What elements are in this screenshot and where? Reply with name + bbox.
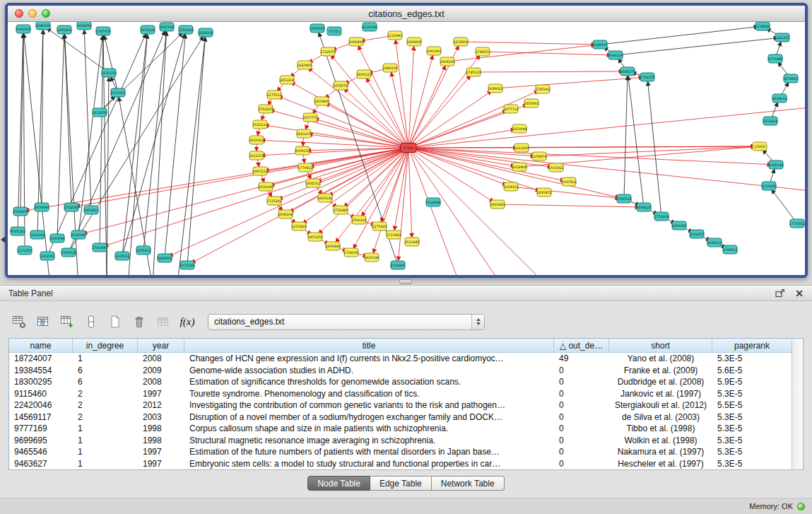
graph-node[interactable]: 1708195 <box>343 248 358 257</box>
graph-node[interactable]: 2516605 <box>13 207 28 216</box>
graph-node[interactable]: 1810644 <box>512 124 526 133</box>
graph-node[interactable]: 1646410 <box>592 40 607 49</box>
graph-node[interactable]: 1158144 <box>178 25 193 34</box>
graph-node[interactable]: 1748501 <box>475 47 490 56</box>
graph-node[interactable]: 1745119 <box>466 68 481 76</box>
network-window-titlebar[interactable]: citations_edges.txt <box>8 6 805 22</box>
column-header-title[interactable]: title <box>184 339 554 352</box>
table-selector-dropdown[interactable]: citations_edges.txt <box>208 314 485 330</box>
graph-node[interactable]: 1752480 <box>333 206 348 214</box>
graph-node[interactable]: 2036990 <box>34 203 49 211</box>
graph-node[interactable]: 1977771 <box>302 113 317 122</box>
graph-node[interactable]: 1696194 <box>278 210 293 218</box>
table-row[interactable]: 969969511998Structural magnetic resonanc… <box>9 435 792 447</box>
graph-node[interactable]: 1722679 <box>320 47 335 56</box>
graph-node[interactable]: 1689021 <box>488 84 502 93</box>
graph-node[interactable]: 1821205 <box>296 129 311 138</box>
graph-node[interactable]: 1615142 <box>364 253 379 262</box>
close-window-icon[interactable] <box>15 9 23 18</box>
graph-node[interactable]: 1991543 <box>16 25 30 33</box>
graph-node[interactable]: 1690124 <box>608 51 623 59</box>
graph-node[interactable]: 1850801 <box>524 99 539 107</box>
graph-node[interactable]: 1830021 <box>249 136 264 144</box>
graph-node[interactable]: 1604125 <box>636 203 651 211</box>
graph-node[interactable]: 1071140 <box>180 261 194 269</box>
graph-node[interactable]: 1850421 <box>83 206 98 214</box>
table-row[interactable]: 911546021997Tourette syndrome. Phenomeno… <box>9 388 792 400</box>
graph-node[interactable]: 1824106 <box>198 28 213 37</box>
column-header-in_degree[interactable]: in_degree <box>73 339 138 352</box>
graph-node[interactable]: 1811414 <box>763 117 777 125</box>
graph-node[interactable]: 1901051 <box>40 252 54 260</box>
graph-node[interactable]: 1612856 <box>92 108 107 117</box>
graph-node[interactable]: 2067211 <box>252 167 267 175</box>
graph-node[interactable]: 1253429 <box>291 222 306 230</box>
graph-node[interactable]: 1623159 <box>249 151 264 160</box>
minimize-window-icon[interactable] <box>28 9 37 18</box>
graph-node[interactable]: 1895472 <box>536 188 551 197</box>
tab-node-table[interactable]: Node Table <box>307 476 370 491</box>
graph-node[interactable]: 2204312 <box>503 182 518 191</box>
graph-node[interactable]: 1453250 <box>307 233 322 241</box>
graph-node[interactable]: 1725241 <box>266 197 281 205</box>
table-scrollbar[interactable] <box>792 339 803 469</box>
column-header-out_degree[interactable]: △ out_de… <box>554 339 609 352</box>
graph-node[interactable]: 1761205 <box>258 105 273 113</box>
graph-node[interactable]: 1215609 <box>453 37 468 46</box>
new-table-button[interactable] <box>105 313 126 331</box>
graph-node[interactable]: 1245012 <box>114 252 129 260</box>
column-header-short[interactable]: short <box>609 339 712 352</box>
graph-node[interactable]: 1785091 <box>535 85 550 93</box>
network-canvas[interactable]: 1724011254431966495172267914204051851204… <box>8 22 805 275</box>
graph-node[interactable]: 1154974 <box>531 152 546 160</box>
graph-node[interactable]: 1908190 <box>440 57 454 66</box>
delete-table-button[interactable] <box>129 313 150 331</box>
graph-node[interactable]: 1747070 <box>95 27 110 35</box>
graph-node[interactable]: 1647666 <box>159 23 174 31</box>
graph-node[interactable]: 1791370 <box>640 73 654 81</box>
graph-node[interactable]: 1590590 <box>49 234 64 243</box>
graph-node[interactable]: 1291020 <box>30 230 45 239</box>
graph-node[interactable]: 1770351 <box>789 219 804 228</box>
function-builder-button[interactable]: f(x) <box>177 313 198 331</box>
new-column-button[interactable] <box>57 313 78 331</box>
graph-node[interactable]: 1851204 <box>279 76 294 84</box>
graph-node[interactable]: 1275420 <box>372 222 387 230</box>
graph-node[interactable]: 1966495 <box>348 37 363 46</box>
graph-node[interactable]: 17240 <box>401 144 416 153</box>
graph-node[interactable]: 1961991 <box>426 47 441 55</box>
graph-node[interactable]: 1603481 <box>490 200 505 209</box>
graph-node[interactable]: 1776411 <box>298 163 312 172</box>
column-header-year[interactable]: year <box>138 339 184 352</box>
graph-node[interactable]: 1552080 <box>64 203 78 211</box>
graph-node[interactable]: 1590518 <box>61 248 76 257</box>
graph-node[interactable]: 2009150 <box>295 146 310 155</box>
graph-node[interactable]: 55723 <box>327 27 341 35</box>
collapse-left-arrow-icon[interactable] <box>1 236 6 243</box>
graph-node[interactable]: 1986109 <box>382 64 397 72</box>
graph-node[interactable]: 1605612 <box>136 246 151 255</box>
graph-node[interactable]: 1275512 <box>266 90 281 99</box>
graph-node[interactable]: 1125443 <box>387 31 402 40</box>
graph-node[interactable]: 1513445 <box>404 238 419 246</box>
graph-node[interactable]: 1605141 <box>317 194 332 202</box>
table-row[interactable]: 946362711997Embryonic stem cells: a mode… <box>9 458 792 470</box>
graph-node[interactable]: 1877714 <box>503 105 518 113</box>
graph-node[interactable]: 1590124 <box>351 216 366 224</box>
graph-node[interactable]: 1094511 <box>722 245 737 254</box>
zoom-window-icon[interactable] <box>42 9 50 18</box>
graph-node[interactable]: 9274403 <box>783 74 798 83</box>
graph-node[interactable]: 2022406 <box>512 163 526 171</box>
graph-node[interactable]: 1221397 <box>775 33 789 42</box>
graph-node[interactable]: 1604614 <box>772 94 787 103</box>
column-header-name[interactable]: name <box>9 339 73 352</box>
graph-node[interactable]: 1420405 <box>297 61 312 69</box>
tab-edge-table[interactable]: Edge Table <box>370 476 432 491</box>
table-row[interactable]: 946554611997Estimation of the future num… <box>9 446 792 458</box>
graph-node[interactable]: 1211609 <box>514 144 529 152</box>
graph-node[interactable]: 1097412 <box>561 177 576 186</box>
graph-node[interactable]: 2030150 <box>101 69 116 77</box>
graph-node[interactable]: 1518446 <box>425 198 440 206</box>
graph-node[interactable]: 1646104 <box>35 22 50 30</box>
graph-node[interactable]: 2031501 <box>110 88 125 97</box>
